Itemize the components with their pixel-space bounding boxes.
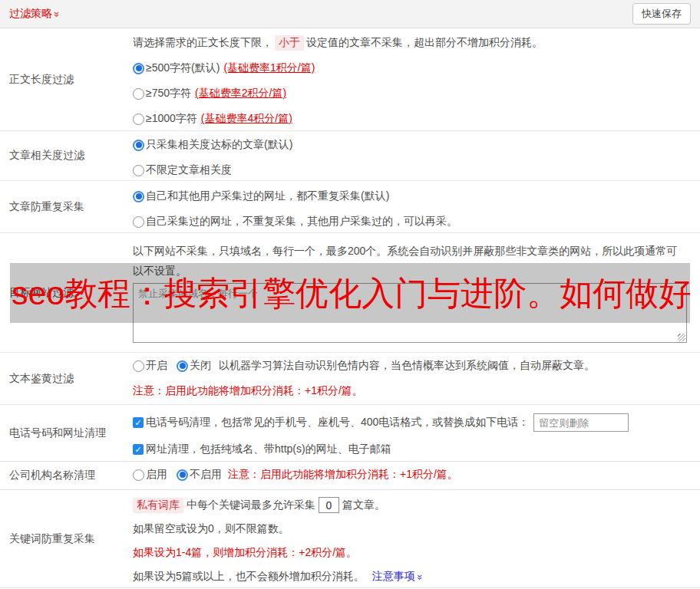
row-label: 关键词防重复采集: [0, 490, 133, 587]
radio-button[interactable]: [133, 191, 144, 202]
notice-link[interactable]: 注意事项 »: [372, 570, 423, 584]
page-title-text: 过滤策略: [9, 7, 52, 21]
row-label: 文本鉴黄过滤: [0, 353, 133, 404]
porn-filter-description: 以机器学习算法自动识别色情内容，当色情概率达到系统阈值，自动屏蔽文章。: [219, 359, 595, 373]
option-label: 开启: [146, 359, 167, 373]
porn-filter-cost-note: 注意：启用此功能将增加积分消耗：+1积分/篇。: [133, 383, 696, 399]
option-label: 只采集相关度达标的文章(默认): [146, 138, 292, 152]
row-label: 文章防重复采集: [0, 181, 133, 232]
row-article-dedup: 文章防重复采集 自己和其他用户采集过的网址，都不重复采集(默认) 自己采集过的网…: [0, 181, 700, 233]
option-label: 电话号码清理，包括常见的手机号、座机号、400电话格式，或替换成如下电话：: [146, 416, 529, 429]
option-label: ≥1000字符: [146, 112, 197, 126]
limit-text-pre: 中每个关键词最多允许采集: [187, 499, 315, 512]
radio-button[interactable]: [133, 165, 144, 176]
company-clean-cost-note: 注意：启用此功能将增加积分消耗：+1积分/篇。: [228, 468, 458, 482]
site-filter-description: 以下网站不采集，只填域名，每行一个，最多200个。系统会自动识别并屏蔽那些非文章…: [133, 241, 684, 281]
notice-link-text: 注意事项: [372, 570, 415, 584]
less-than-badge: 小于: [275, 35, 304, 51]
option-label: ≥750字符: [146, 87, 191, 100]
replacement-phone-input[interactable]: [533, 413, 629, 432]
option-label: 不限定文章相关度: [146, 163, 232, 177]
row-label: 正文长度过滤: [0, 28, 133, 130]
length-option-1000: ≥1000字符 (基础费率4积分/篇): [133, 111, 696, 127]
row-porn-filter: 文本鉴黄过滤 开启 关闭 以机器学习算法自动识别色情内容，当色情概率达到系统阈值…: [0, 353, 700, 405]
option-label: 关闭: [190, 359, 211, 373]
chevron-down-icon: »: [415, 574, 425, 579]
row-length-filter: 正文长度过滤 请选择需求的正文长度下限， 小于 设定值的文章不采集，超出部分不增…: [0, 28, 700, 131]
phone-clean-option: ✓ 电话号码清理，包括常见的手机号、座机号、400电话格式，或替换成如下电话：: [133, 413, 696, 432]
textarea-resize-handle[interactable]: [678, 334, 685, 341]
row-relevance-filter: 文章相关度过滤 只采集相关度达标的文章(默认) 不限定文章相关度: [0, 131, 700, 181]
radio-button[interactable]: [133, 469, 144, 481]
radio-button[interactable]: [133, 114, 144, 125]
row-phone-url-clean: 电话号码和网址清理 ✓ 电话号码清理，包括常见的手机号、座机号、400电话格式，…: [0, 405, 700, 462]
limit-text-post: 篇文章。: [342, 499, 385, 512]
option-cost-note: (基础费率1积分/篇): [223, 61, 315, 75]
chevron-down-icon: »: [52, 11, 62, 16]
dedup-option-global: 自己和其他用户采集过的网址，都不重复采集(默认): [133, 189, 696, 204]
relevance-option-strict: 只采集相关度达标的文章(默认): [133, 137, 696, 153]
option-cost-note: (基础费率4积分/篇): [201, 112, 292, 126]
dedup-option-own: 自己采集过的网址，不重复采集，其他用户采集过的，可以再采。: [133, 214, 696, 229]
length-option-750: ≥750字符 (基础费率2积分/篇): [133, 86, 696, 101]
radio-button[interactable]: [177, 469, 188, 481]
radio-button[interactable]: [133, 88, 144, 100]
row-company-clean: 公司机构名称清理 启用 不启用 注意：启用此功能将增加积分消耗：+1积分/篇。: [0, 462, 700, 490]
radio-button[interactable]: [133, 140, 144, 151]
row-label: 电话号码和网址清理: [0, 405, 133, 461]
page-title[interactable]: 过滤策略 »: [9, 7, 60, 21]
desc-post: 设定值的文章不采集，超出部分不增加积分消耗。: [306, 36, 543, 50]
radio-button[interactable]: [133, 63, 144, 74]
radio-button[interactable]: [133, 360, 144, 372]
private-lexicon-badge[interactable]: 私有词库: [133, 498, 183, 513]
row-label: 公司机构名称清理: [0, 462, 133, 489]
option-label: 网址清理，包括纯域名、带http(s)的网址、电子邮箱: [146, 443, 391, 456]
option-cost-note: (基础费率2积分/篇): [195, 87, 286, 100]
keyword-note-cost: 如果设为1-4篇，则增加积分消耗：+2积分/篇。: [133, 545, 696, 561]
checkbox-checked[interactable]: ✓: [133, 417, 144, 428]
keyword-note-five: 如果设为5篇或以上，也不会额外增加积分消耗。 注意事项 »: [133, 569, 696, 584]
option-label: 启用: [146, 468, 167, 482]
row-keyword-dedup: 关键词防重复采集 私有词库 中每个关键词最多允许采集 篇文章。 如果留空或设为0…: [0, 490, 700, 588]
option-label: 自己和其他用户采集过的网址，都不重复采集(默认): [146, 189, 389, 203]
radio-button[interactable]: [133, 216, 144, 228]
relevance-option-any: 不限定文章相关度: [133, 163, 696, 178]
note-text: 如果设为5篇或以上，也不会额外增加积分消耗。: [133, 570, 365, 584]
option-label: 自己采集过的网址，不重复采集，其他用户采集过的，可以再采。: [146, 215, 457, 229]
row-label: 文章相关度过滤: [0, 131, 133, 180]
max-articles-input[interactable]: [319, 497, 339, 513]
row-label: 目标网站过滤: [0, 233, 133, 352]
row-site-filter: 目标网站过滤 以下网站不采集，只填域名，每行一个，最多200个。系统会自动识别并…: [0, 233, 700, 353]
length-filter-description: 请选择需求的正文长度下限， 小于 设定值的文章不采集，超出部分不增加积分消耗。: [133, 35, 696, 51]
option-label: ≥500字符(默认): [146, 61, 220, 75]
checkbox-checked[interactable]: ✓: [133, 444, 144, 455]
url-clean-option: ✓ 网址清理，包括纯域名、带http(s)的网址、电子邮箱: [133, 442, 696, 457]
porn-filter-options: 开启 关闭 以机器学习算法自动识别色情内容，当色情概率达到系统阈值，自动屏蔽文章…: [133, 358, 696, 373]
radio-button[interactable]: [177, 360, 188, 372]
quick-save-button[interactable]: 快速保存: [632, 3, 691, 25]
keyword-limit-line: 私有词库 中每个关键词最多允许采集 篇文章。: [133, 497, 696, 513]
topbar: 过滤策略 » 快速保存: [0, 0, 700, 28]
length-option-500: ≥500字符(默认) (基础费率1积分/篇): [133, 61, 696, 76]
option-label: 不启用: [190, 468, 222, 482]
company-clean-options: 启用 不启用 注意：启用此功能将增加积分消耗：+1积分/篇。: [133, 467, 696, 482]
blocked-domains-textarea[interactable]: [133, 283, 687, 343]
keyword-note-zero: 如果留空或设为0，则不限篇数。: [133, 522, 696, 537]
desc-pre: 请选择需求的正文长度下限，: [133, 36, 272, 50]
